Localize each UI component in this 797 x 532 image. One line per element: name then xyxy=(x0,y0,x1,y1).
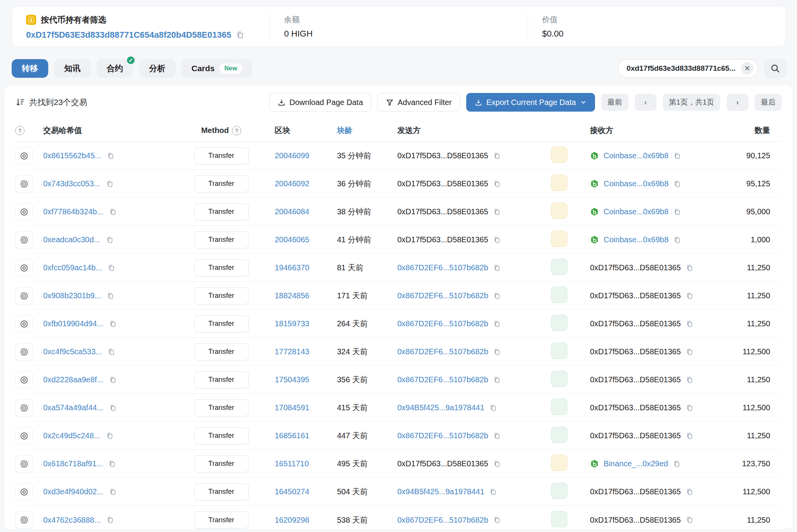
copy-to-address-icon[interactable] xyxy=(686,320,693,328)
copy-from-address-icon[interactable] xyxy=(493,264,501,272)
export-page-data-button[interactable]: Export Current Page Data xyxy=(466,93,595,112)
transaction-hash-link[interactable]: 0xd2228aa9e8f... xyxy=(43,375,104,384)
copy-from-address-icon[interactable] xyxy=(493,376,501,384)
pagination-first-button[interactable]: 最前 xyxy=(601,94,628,111)
block-link[interactable]: 20046084 xyxy=(275,207,309,216)
method-button[interactable]: Transfer xyxy=(194,399,249,416)
copy-from-address-icon[interactable] xyxy=(493,292,501,300)
transaction-hash-link[interactable]: 0x4762c36888... xyxy=(43,516,101,525)
preview-transaction-button[interactable] xyxy=(15,371,33,389)
preview-transaction-button[interactable] xyxy=(15,343,33,361)
copy-from-address-icon[interactable] xyxy=(493,208,501,216)
block-link[interactable]: 16209298 xyxy=(275,516,309,524)
to-address[interactable]: Coinbase...0x69b8 xyxy=(604,235,669,244)
preview-transaction-button[interactable] xyxy=(15,231,33,249)
transaction-hash-link[interactable]: 0x2c49d5c248... xyxy=(43,431,100,440)
preview-transaction-button[interactable] xyxy=(15,287,33,305)
transaction-hash-link[interactable]: 0xeadca0c30d... xyxy=(43,235,100,244)
method-button[interactable]: Transfer xyxy=(194,259,249,276)
copy-from-address-icon[interactable] xyxy=(493,152,501,160)
block-link[interactable]: 17728143 xyxy=(275,347,309,356)
block-link[interactable]: 18824856 xyxy=(275,291,309,300)
method-button[interactable]: Transfer xyxy=(194,231,249,248)
block-link[interactable]: 17504395 xyxy=(275,375,309,384)
method-button[interactable]: Transfer xyxy=(194,147,249,164)
copy-hash-icon[interactable] xyxy=(107,152,114,160)
copy-hash-icon[interactable] xyxy=(106,432,114,440)
to-address[interactable]: Coinbase...0x69b8 xyxy=(604,207,669,216)
method-button[interactable]: Transfer xyxy=(194,287,249,304)
copy-to-address-icon[interactable] xyxy=(673,236,681,244)
copy-hash-icon[interactable] xyxy=(106,236,114,244)
tab-analytics[interactable]: 分析 xyxy=(139,59,176,78)
copy-from-address-icon[interactable] xyxy=(493,180,501,188)
preview-transaction-button[interactable] xyxy=(15,399,33,417)
clear-search-icon[interactable]: ✕ xyxy=(741,62,753,75)
tab-transfers[interactable]: 转移 xyxy=(12,59,48,78)
preview-transaction-button[interactable] xyxy=(15,175,33,193)
copy-hash-icon[interactable] xyxy=(109,488,117,496)
column-header-age-toggle[interactable]: 块龄 xyxy=(318,125,384,136)
copy-from-address-icon[interactable] xyxy=(493,516,501,524)
from-address[interactable]: 0x94B5f425...9a1978441 xyxy=(397,487,485,496)
from-address[interactable]: 0x867D2EF6...5107b682b xyxy=(397,431,488,440)
copy-to-address-icon[interactable] xyxy=(686,264,693,272)
transaction-hash-link[interactable]: 0xfcc059ac14b... xyxy=(43,263,102,272)
from-address[interactable]: 0x867D2EF6...5107b682b xyxy=(397,291,488,300)
transaction-hash-link[interactable]: 0x743d3cc053... xyxy=(43,179,100,188)
copy-address-icon[interactable] xyxy=(236,31,244,39)
block-link[interactable]: 16856161 xyxy=(275,431,309,440)
copy-from-address-icon[interactable] xyxy=(493,460,501,468)
pagination-next-button[interactable]: › xyxy=(727,94,748,111)
to-address[interactable]: Coinbase...0x69b8 xyxy=(604,151,669,160)
copy-hash-icon[interactable] xyxy=(109,208,117,216)
method-button[interactable]: Transfer xyxy=(194,511,249,528)
copy-hash-icon[interactable] xyxy=(107,264,115,272)
method-button[interactable]: Transfer xyxy=(194,343,249,360)
pagination-last-button[interactable]: 最后 xyxy=(755,94,782,111)
block-link[interactable]: 20046065 xyxy=(275,235,309,244)
copy-hash-icon[interactable] xyxy=(107,292,114,300)
method-button[interactable]: Transfer xyxy=(194,483,249,500)
preview-transaction-button[interactable] xyxy=(15,315,33,333)
method-button[interactable]: Transfer xyxy=(194,455,249,472)
copy-hash-icon[interactable] xyxy=(108,460,116,468)
copy-hash-icon[interactable] xyxy=(109,376,117,384)
advanced-filter-button[interactable]: Advanced Filter xyxy=(377,93,460,112)
copy-to-address-icon[interactable] xyxy=(673,152,681,160)
copy-hash-icon[interactable] xyxy=(106,180,114,188)
copy-hash-icon[interactable] xyxy=(107,348,115,356)
search-filter-pill[interactable]: 0xd17f5d63e3d833d88771c65... ✕ xyxy=(618,59,758,78)
copy-from-address-icon[interactable] xyxy=(493,320,501,328)
copy-hash-icon[interactable] xyxy=(109,404,117,412)
method-button[interactable]: Transfer xyxy=(194,427,249,444)
preview-transaction-button[interactable] xyxy=(15,483,33,501)
copy-to-address-icon[interactable] xyxy=(673,460,681,468)
transaction-hash-link[interactable]: 0x618c718af91... xyxy=(43,459,103,468)
preview-transaction-button[interactable] xyxy=(15,511,33,529)
tab-contract[interactable]: 合约 ✓ xyxy=(97,59,133,78)
from-address[interactable]: 0x867D2EF6...5107b682b xyxy=(397,263,488,272)
block-link[interactable]: 18159733 xyxy=(275,319,309,328)
to-address[interactable]: Binance_...0x29ed xyxy=(604,459,668,468)
preview-transaction-button[interactable] xyxy=(15,259,33,277)
copy-to-address-icon[interactable] xyxy=(673,208,681,216)
holder-address-link[interactable]: 0xD17f5D63E3d833d88771C654a8f20b4D58E013… xyxy=(26,30,231,40)
download-page-data-button[interactable]: Download Page Data xyxy=(269,93,371,112)
method-button[interactable]: Transfer xyxy=(194,371,249,388)
copy-from-address-icon[interactable] xyxy=(493,236,501,244)
method-button[interactable]: Transfer xyxy=(194,315,249,332)
preview-transaction-button[interactable] xyxy=(15,455,33,473)
copy-from-address-icon[interactable] xyxy=(489,404,497,412)
method-help-icon[interactable]: ? xyxy=(232,126,241,135)
method-button[interactable]: Transfer xyxy=(194,175,249,192)
copy-from-address-icon[interactable] xyxy=(493,348,501,356)
copy-hash-icon[interactable] xyxy=(106,516,114,524)
block-link[interactable]: 20046092 xyxy=(275,179,309,188)
copy-to-address-icon[interactable] xyxy=(686,376,693,384)
from-address[interactable]: 0x867D2EF6...5107b682b xyxy=(397,375,488,384)
copy-to-address-icon[interactable] xyxy=(686,348,693,356)
block-link[interactable]: 16450274 xyxy=(275,487,309,496)
from-address[interactable]: 0x867D2EF6...5107b682b xyxy=(397,516,488,525)
block-link[interactable]: 17084591 xyxy=(275,403,309,412)
